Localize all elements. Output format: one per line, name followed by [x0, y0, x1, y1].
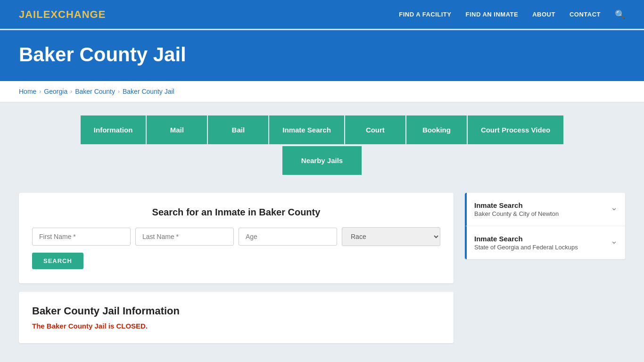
breadcrumb: Home › Georgia › Baker County › Baker Co… [19, 88, 625, 95]
nav-contact[interactable]: CONTACT [570, 11, 601, 18]
breadcrumb-georgia[interactable]: Georgia [44, 88, 67, 95]
search-icon[interactable]: 🔍 [615, 9, 625, 20]
header: JAILEXCHANGE FIND A FACILITY FIND AN INM… [0, 0, 644, 30]
hero-section: Baker County Jail [0, 30, 644, 81]
sidebar-card: Inmate Search Baker County & City of New… [465, 193, 625, 259]
tab-court[interactable]: Court [345, 115, 406, 144]
logo-jail: JAIL [19, 8, 43, 20]
tab-court-process-video[interactable]: Court Process Video [468, 115, 563, 144]
breadcrumb-home[interactable]: Home [19, 88, 36, 95]
logo-exchange: EXCHANGE [43, 8, 106, 20]
age-input[interactable] [239, 228, 337, 246]
breadcrumb-sep-1: › [39, 88, 41, 95]
info-card: Baker County Jail Information The Baker … [19, 292, 454, 343]
search-button[interactable]: SEARCH [32, 253, 83, 269]
info-card-closed-text: The Baker County Jail is CLOSED. [32, 322, 440, 330]
tab-nearby-jails[interactable]: Nearby Jails [282, 146, 362, 175]
sidebar-item-baker-sub: Baker County & City of Newton [474, 210, 559, 217]
tab-booking[interactable]: Booking [406, 115, 468, 144]
nav-find-facility[interactable]: FIND A FACILITY [399, 11, 451, 18]
tabs-row-1: Information Mail Bail Inmate Search Cour… [19, 115, 625, 144]
chevron-down-icon-2: ⌄ [611, 236, 618, 246]
nav-find-inmate[interactable]: FIND AN INMATE [465, 11, 518, 18]
search-card: Search for an Inmate in Baker County Rac… [19, 193, 454, 283]
tab-bail[interactable]: Bail [208, 115, 269, 144]
search-card-title: Search for an Inmate in Baker County [32, 207, 440, 218]
last-name-input[interactable] [135, 228, 234, 246]
breadcrumb-bar: Home › Georgia › Baker County › Baker Co… [0, 81, 644, 102]
main-content: Search for an Inmate in Baker County Rac… [0, 188, 644, 362]
tab-information[interactable]: Information [81, 115, 147, 144]
main-nav: FIND A FACILITY FIND AN INMATE ABOUT CON… [399, 9, 625, 20]
breadcrumb-current: Baker County Jail [123, 88, 174, 95]
tabs-row-2: Nearby Jails [19, 146, 625, 175]
first-name-input[interactable] [32, 228, 131, 246]
info-card-title: Baker County Jail Information [32, 305, 440, 317]
logo[interactable]: JAILEXCHANGE [19, 8, 106, 21]
breadcrumb-sep-2: › [70, 88, 72, 95]
chevron-down-icon: ⌄ [611, 202, 618, 213]
search-form: Race White Black Hispanic Asian Other [32, 227, 440, 246]
sidebar-item-georgia-label: Inmate Search [474, 235, 578, 243]
breadcrumb-sep-3: › [118, 88, 120, 95]
page-title: Baker County Jail [19, 43, 625, 66]
race-select[interactable]: Race White Black Hispanic Asian Other [342, 227, 440, 246]
nav-about[interactable]: ABOUT [532, 11, 555, 18]
sidebar-item-georgia-sub: State of Georgia and Federal Lockups [474, 244, 578, 251]
sidebar-item-baker-label: Inmate Search [474, 201, 559, 209]
right-column: Inmate Search Baker County & City of New… [465, 193, 625, 259]
tabs-section: Information Mail Bail Inmate Search Cour… [0, 102, 644, 188]
tab-inmate-search[interactable]: Inmate Search [269, 115, 345, 144]
tab-mail[interactable]: Mail [147, 115, 208, 144]
sidebar-item-georgia[interactable]: Inmate Search State of Georgia and Feder… [465, 226, 625, 259]
sidebar-item-baker[interactable]: Inmate Search Baker County & City of New… [465, 193, 625, 226]
left-column: Search for an Inmate in Baker County Rac… [19, 193, 454, 343]
breadcrumb-baker-county[interactable]: Baker County [75, 88, 115, 95]
